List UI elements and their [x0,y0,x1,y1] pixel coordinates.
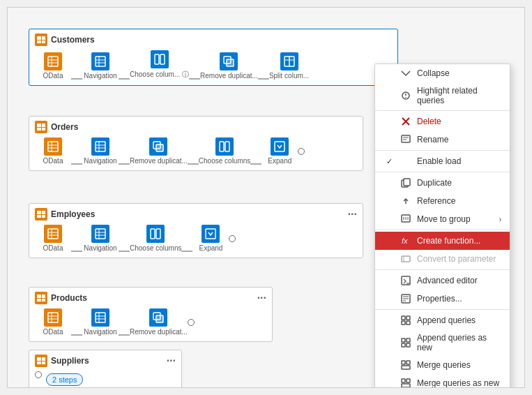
menu-item-delete[interactable]: Delete [375,112,510,131]
step-remove-orders[interactable]: Remove duplicat... [130,137,188,165]
svg-rect-15 [48,142,58,151]
svg-rect-24 [156,144,163,151]
svg-rect-82 [406,361,410,364]
menu-item-create-function[interactable]: fx Create function... [375,232,510,250]
step-odata-orders[interactable]: OData [35,137,71,165]
step-nav-orders[interactable]: Navigation [82,137,119,165]
step-nav-customers[interactable]: Navigation [82,52,119,80]
append-new-icon [400,337,411,348]
step-odata-employees[interactable]: OData [35,225,71,252]
svg-rect-58 [404,179,410,186]
svg-rect-32 [96,229,105,239]
step-odata-customers[interactable]: OData [35,52,71,80]
svg-rect-43 [96,313,105,322]
menu-item-append-queries-new[interactable]: Append queries as new [375,329,510,356]
step-split-customers[interactable]: Split colum... [269,52,309,80]
context-menu: Collapse Highlight related queries Delet… [374,64,510,388]
svg-rect-83 [402,366,410,369]
properties-icon [400,293,411,304]
products-more-btn[interactable]: ··· [257,292,266,304]
employees-table-icon [35,208,47,221]
connector [71,251,82,252]
products-title: Products ··· [35,292,266,304]
menu-item-merge-queries-new[interactable]: Merge queries as new [375,374,510,388]
employees-more-btn[interactable]: ··· [348,209,357,220]
rename-icon [400,134,411,145]
step-expand-employees[interactable]: Expand [192,225,229,252]
step-choose-orders[interactable]: Choose columns [199,137,250,165]
menu-separator-6 [375,309,510,310]
highlight-icon [400,90,411,101]
step-remove-customers[interactable]: Remove duplicat... [200,52,258,80]
step-nav-employees[interactable]: Navigation [82,225,119,252]
svg-rect-11 [227,59,234,66]
panel-products: Products ··· OData Navigation Remove dup… [29,287,273,342]
connector [188,163,199,165]
menu-item-reference[interactable]: Reference [375,192,510,210]
orders-table-icon [35,121,47,133]
products-steps: OData Navigation Remove duplicat... [35,308,266,336]
suppliers-node [35,371,42,378]
menu-item-enable-load[interactable]: ✓ Enable load [375,152,510,170]
suppliers-more-btn[interactable]: ··· [167,355,176,366]
menu-item-append-queries[interactable]: Append queries [375,311,510,329]
step-choose-employees[interactable]: Choose columns [130,225,181,252]
step-nav-products[interactable]: Navigation [82,308,119,336]
connector [189,78,200,80]
svg-rect-75 [402,321,405,325]
svg-text:fx: fx [402,237,408,245]
step-remove-products[interactable]: Remove duplicat... [130,308,188,336]
connector [71,78,82,80]
collapse-icon [400,68,411,79]
convert-icon [400,253,411,264]
menu-item-convert-to-param: Convert to parameter [375,250,510,268]
editor-icon [400,275,411,286]
connector [119,163,130,165]
svg-rect-8 [155,54,159,64]
menu-item-rename[interactable]: Rename [375,131,510,149]
svg-rect-25 [220,142,224,151]
products-table-icon [35,292,47,304]
function-icon: fx [400,235,411,246]
employees-steps: OData Navigation Choose columns Expand [35,225,357,252]
step-expand-orders[interactable]: Expand [261,137,298,165]
step-odata-products[interactable]: OData [35,308,71,336]
svg-rect-85 [406,379,410,382]
svg-rect-77 [402,338,405,342]
menu-separator-3 [375,172,510,172]
menu-item-merge-queries[interactable]: Merge queries [375,356,510,374]
menu-item-move-to-group[interactable]: Move to group › [375,210,510,228]
svg-rect-80 [406,343,410,347]
svg-rect-79 [402,343,405,347]
menu-item-highlight[interactable]: Highlight related queries [375,82,510,109]
connector [71,163,82,165]
duplicate-icon [400,177,411,188]
svg-rect-76 [406,321,410,325]
orders-steps: OData Navigation Remove duplicat... Choo… [35,137,357,165]
menu-item-duplicate[interactable]: Duplicate [375,174,510,192]
panel-suppliers: Suppliers ··· 2 steps [29,350,182,388]
menu-item-advanced-editor[interactable]: Advanced editor [375,271,510,290]
step-choose-customers[interactable]: Choose colum... ⓘ [130,50,189,80]
employees-title: Employees ··· [35,208,357,221]
menu-item-collapse[interactable]: Collapse [375,64,510,82]
svg-rect-19 [96,142,105,151]
svg-rect-78 [406,338,410,342]
canvas-area: Customers OData Navigation [8,8,524,387]
customers-steps: OData Navigation Choose colum... ⓘ [35,50,392,80]
merge-icon [400,359,411,371]
suppliers-badge: 2 steps [46,373,83,386]
svg-rect-86 [402,384,410,387]
svg-point-51 [405,97,406,98]
menu-separator-1 [375,110,510,111]
menu-item-properties[interactable]: Properties... [375,290,510,308]
svg-rect-65 [402,256,410,262]
svg-rect-48 [156,315,163,322]
end-node-orders [298,148,305,155]
menu-separator-2 [375,150,510,151]
merge-new-icon [400,378,411,388]
svg-rect-38 [206,229,215,239]
svg-rect-81 [402,361,405,364]
customers-table-icon [35,33,47,46]
move-icon [400,214,411,225]
